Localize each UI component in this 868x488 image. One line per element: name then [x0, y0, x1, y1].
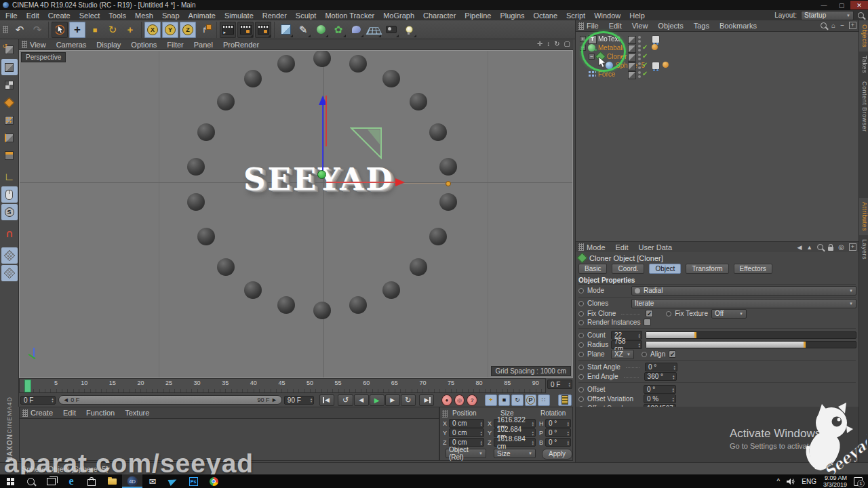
om-expand-icon[interactable]: + — [849, 22, 856, 29]
viewport-rotate-icon[interactable]: ↻ — [554, 40, 559, 47]
keyframe-selection-button[interactable]: ? — [467, 394, 477, 406]
clone-sphere[interactable] — [410, 258, 427, 276]
side-tab-attributes[interactable]: Attributes — [859, 198, 868, 235]
layout-dropdown[interactable]: Startup — [801, 11, 854, 20]
add-mograph-button[interactable]: ✿ — [330, 22, 347, 38]
menu-item-edit[interactable]: Edit — [63, 409, 76, 417]
lock-y-axis-button[interactable]: Y — [162, 22, 178, 38]
play-reverse-button[interactable]: ↺ — [338, 394, 353, 406]
offset-variation-field[interactable]: 0 % — [644, 394, 676, 403]
texture-mode-button[interactable] — [1, 77, 18, 93]
render-picture-viewer-button[interactable] — [237, 22, 254, 38]
anim-dot[interactable] — [578, 342, 584, 348]
record-keyframe-button[interactable]: ● — [441, 394, 452, 406]
taskbar-clock[interactable]: 9:09 AM 3/3/2019 — [823, 474, 847, 488]
menu-item-tags[interactable]: Tags — [694, 22, 709, 30]
anim-dot[interactable] — [642, 352, 647, 357]
menu-item-function[interactable]: Function — [86, 409, 115, 417]
attr-target-icon[interactable]: ◎ — [838, 243, 844, 251]
key-scale-toggle[interactable]: ■ — [498, 394, 511, 406]
attribute-tab-transform[interactable]: Transform — [686, 264, 728, 274]
axis-mode-button[interactable]: ∟ — [1, 169, 18, 185]
clone-sphere[interactable] — [349, 296, 367, 314]
coord-mode-dropdown[interactable]: Object (Rel) — [446, 449, 486, 458]
visibility-dot[interactable] — [638, 36, 641, 39]
menu-item-mesh[interactable]: Mesh — [135, 12, 153, 20]
previous-frame-button[interactable]: ◀ — [354, 394, 369, 406]
undo-button[interactable]: ↶ — [12, 22, 28, 38]
keyframe-presets-button[interactable] — [558, 394, 572, 406]
coordinates-handle[interactable] — [442, 410, 448, 418]
menu-item-sculpt[interactable]: Sculpt — [296, 12, 317, 20]
menu-item-texture[interactable]: Texture — [125, 409, 149, 417]
clone-sphere[interactable] — [382, 70, 400, 87]
x-axis-handle[interactable] — [326, 182, 395, 183]
orange-tag-icon[interactable] — [652, 44, 658, 50]
clone-sphere[interactable] — [349, 55, 367, 73]
clone-sphere[interactable] — [197, 228, 215, 245]
clone-sphere[interactable] — [313, 50, 331, 67]
scale-tool-button[interactable]: ■ — [87, 22, 103, 38]
menu-item-bookmarks[interactable]: Bookmarks — [719, 22, 757, 30]
anim-dot[interactable] — [578, 320, 584, 325]
size-z-field[interactable]: 1618.684 cm — [494, 438, 536, 447]
render-settings-button[interactable] — [255, 22, 271, 38]
store-button[interactable] — [81, 474, 102, 488]
language-indicator[interactable]: ENG — [802, 478, 816, 485]
clone-sphere[interactable] — [313, 302, 331, 319]
menu-item-edit[interactable]: Edit — [616, 243, 629, 251]
side-tab-content-browser[interactable]: Content Browser — [859, 77, 868, 136]
menu-item-create[interactable]: Create — [48, 12, 71, 20]
menu-item-octane[interactable]: Octane — [534, 12, 557, 20]
menu-item-mode[interactable]: Mode — [587, 243, 606, 251]
close-button[interactable]: ✕ — [850, 1, 868, 9]
attribute-menu-handle[interactable] — [578, 243, 584, 251]
menu-item-mograph[interactable]: MoGraph — [383, 12, 414, 20]
menu-item-snap[interactable]: Snap — [162, 12, 180, 20]
make-editable-button[interactable]: ↺ — [1, 41, 18, 58]
anim-dot[interactable] — [578, 352, 584, 357]
add-generator-button[interactable] — [313, 22, 329, 38]
edges-mode-button[interactable] — [1, 129, 18, 146]
origin-handle-dot[interactable] — [317, 170, 326, 179]
side-tab-takes[interactable]: Takes — [859, 52, 868, 77]
anim-dot[interactable] — [578, 396, 584, 402]
snap-settings-button[interactable]: S — [1, 204, 18, 220]
om-home-icon[interactable]: ⌂ — [831, 22, 835, 29]
menu-item-edit[interactable]: Edit — [609, 22, 622, 30]
telegram-button[interactable] — [163, 474, 183, 488]
enable-snap-button[interactable]: U — [1, 226, 18, 242]
workplane-mode-button[interactable] — [1, 94, 18, 110]
enabled-check-icon[interactable] — [642, 52, 648, 60]
menu-item-cameras[interactable]: Cameras — [56, 41, 87, 49]
visibility-dot[interactable] — [638, 75, 641, 78]
next-frame-button[interactable]: ▶ — [385, 394, 400, 406]
model-mode-button[interactable] — [1, 59, 18, 75]
fix-clone-checkbox[interactable] — [646, 310, 653, 317]
radius-field[interactable]: 758 cm — [611, 340, 642, 349]
object-manager-handle[interactable] — [578, 22, 584, 30]
autokeying-button[interactable]: ◎ — [454, 394, 465, 406]
menu-item-edit[interactable]: Edit — [26, 12, 39, 20]
photoshop-button[interactable]: Ps — [183, 474, 203, 488]
preview-range-slider[interactable]: ◄ 0 F 90 F ► — [58, 395, 282, 405]
visibility-dot[interactable] — [638, 40, 641, 43]
minimize-button[interactable]: — — [815, 1, 833, 9]
menu-item-objects[interactable]: Objects — [658, 22, 683, 30]
attribute-tab-effectors[interactable]: Effectors — [734, 264, 772, 274]
move-tool-button[interactable]: + — [69, 22, 85, 38]
spinner-icon[interactable] — [52, 397, 54, 403]
current-frame-field[interactable]: 0 F — [20, 396, 56, 405]
lock-x-axis-button[interactable]: X — [144, 22, 161, 38]
key-rotation-toggle[interactable]: ↻ — [511, 394, 524, 406]
visibility-dot[interactable] — [638, 49, 641, 52]
add-environment-button[interactable] — [366, 22, 382, 38]
fix-texture-dropdown[interactable]: Off — [711, 309, 747, 319]
menu-item-tools[interactable]: Tools — [108, 12, 126, 20]
align-checkbox[interactable] — [669, 350, 676, 358]
viewport-zoom-icon[interactable]: ↕ — [547, 40, 550, 47]
viewport-pan-icon[interactable]: ✛ — [537, 40, 542, 47]
menu-item-motion-tracker[interactable]: Motion Tracker — [325, 12, 374, 20]
apply-button[interactable]: Apply — [542, 449, 572, 460]
side-tab-layers[interactable]: Layers — [859, 235, 868, 264]
